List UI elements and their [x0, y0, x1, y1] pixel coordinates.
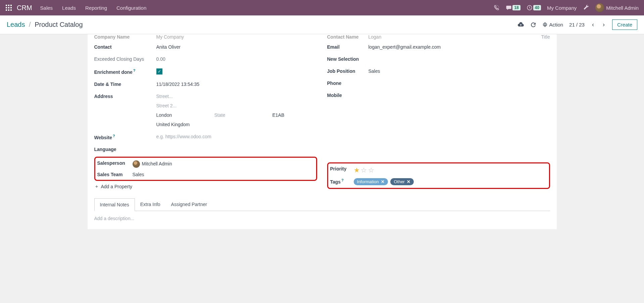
pager-current: 21	[569, 22, 575, 28]
avatar-icon	[595, 3, 604, 12]
messages-badge: 18	[512, 5, 520, 10]
label-salesperson: Salesperson	[97, 160, 133, 166]
tab-assigned-partner[interactable]: Assigned Partner	[166, 198, 212, 211]
value-salesperson[interactable]: Mitchell Admin	[133, 160, 314, 168]
value-exceeded: 0.00	[156, 56, 317, 62]
brand[interactable]: CRM	[17, 4, 32, 12]
country-value[interactable]: United Kingdom	[156, 122, 317, 127]
value-salesteam[interactable]: Sales	[133, 172, 314, 177]
tools-icon[interactable]	[583, 4, 589, 11]
star-3-icon[interactable]: ☆	[368, 166, 374, 174]
value-contact-name[interactable]: Logan	[368, 34, 523, 40]
city-value[interactable]: London	[156, 112, 201, 118]
value-job-position[interactable]: Sales	[368, 68, 550, 74]
help-website[interactable]: ?	[113, 134, 115, 138]
control-right: Action 21 / 23 ‹ › Create	[517, 19, 637, 30]
tabs: Internal Notes Extra Info Assigned Partn…	[94, 198, 550, 211]
checkbox-icon[interactable]: ✓	[156, 68, 162, 74]
top-nav: CRM Sales Leads Reporting Configuration …	[0, 0, 644, 15]
title-input[interactable]	[523, 34, 550, 40]
nav-leads[interactable]: Leads	[62, 5, 76, 11]
row-email: Email logan_expert@gmail.example.com	[327, 41, 550, 53]
value-tags[interactable]: Information✕ Other✕	[354, 178, 547, 185]
label-tags: Tags?	[330, 178, 354, 185]
row-phone: Phone	[327, 77, 550, 89]
zip-value[interactable]: E1AB	[273, 112, 317, 118]
website-input[interactable]	[156, 134, 317, 139]
label-exceeded: Exceeded Closing Days	[94, 56, 156, 62]
tag-other[interactable]: Other✕	[390, 178, 414, 185]
row-language: Language	[94, 143, 317, 155]
apps-icon[interactable]	[5, 4, 12, 11]
cloud-save-icon[interactable]	[517, 21, 524, 28]
label-datetime: Date & Time	[94, 82, 156, 87]
state-input[interactable]	[214, 112, 259, 118]
nav-reporting[interactable]: Reporting	[85, 5, 107, 11]
pager-next[interactable]: ›	[601, 21, 606, 28]
row-enrichment: Enrichment done? ✓	[94, 65, 317, 78]
svg-point-10	[544, 24, 546, 26]
plus-icon: ＋	[94, 184, 99, 190]
nav-sales[interactable]: Sales	[40, 5, 53, 11]
street-input[interactable]	[156, 94, 317, 99]
svg-rect-0	[6, 5, 7, 6]
phone-icon[interactable]	[494, 5, 500, 11]
label-enrichment: Enrichment done?	[94, 68, 156, 75]
nav-configuration[interactable]: Configuration	[116, 5, 146, 11]
action-button[interactable]: Action	[542, 22, 563, 28]
help-enrichment[interactable]: ?	[133, 68, 136, 72]
street2-input[interactable]	[156, 103, 317, 108]
row-exceeded: Exceeded Closing Days 0.00	[94, 53, 317, 65]
tag-information-remove-icon[interactable]: ✕	[381, 179, 385, 184]
svg-rect-8	[10, 9, 12, 11]
main-area[interactable]: Company Name My Company Contact Anita Ol…	[0, 34, 644, 302]
label-mobile: Mobile	[327, 93, 368, 98]
activities-icon[interactable]: 40	[527, 5, 541, 11]
user-name: Mitchell Admin	[606, 5, 639, 11]
label-language: Language	[94, 147, 156, 152]
label-new-selection: New Selection	[327, 56, 368, 62]
value-company-name[interactable]: My Company	[156, 34, 317, 40]
pager-total: 23	[579, 22, 585, 28]
tab-extra-info[interactable]: Extra Info	[135, 198, 166, 211]
svg-rect-1	[8, 5, 9, 6]
breadcrumb-sep: /	[29, 21, 31, 28]
row-address: Address London E1AB United Kingdom	[94, 90, 317, 131]
tag-information[interactable]: Information✕	[354, 178, 388, 185]
svg-rect-4	[8, 7, 9, 8]
add-property-button[interactable]: ＋ Add a Property	[94, 181, 317, 192]
tab-internal-notes[interactable]: Internal Notes	[94, 198, 135, 211]
company-switcher[interactable]: My Company	[547, 5, 577, 11]
row-new-selection: New Selection	[327, 53, 550, 65]
value-enrichment[interactable]: ✓	[156, 68, 317, 74]
value-priority: ★ ☆ ☆	[354, 166, 547, 174]
row-company-name: Company Name My Company	[94, 34, 317, 41]
notes-input[interactable]	[94, 216, 550, 221]
label-contact-name: Contact Name	[327, 34, 368, 40]
label-website: Website?	[94, 134, 156, 140]
svg-rect-2	[10, 5, 12, 6]
row-contact: Contact Anita Oliver	[94, 41, 317, 53]
user-menu[interactable]: Mitchell Admin	[595, 3, 639, 12]
add-property-label: Add a Property	[101, 184, 132, 189]
svg-rect-3	[6, 7, 7, 8]
form-sheet: Company Name My Company Contact Anita Ol…	[88, 34, 557, 229]
left-col: Company Name My Company Contact Anita Ol…	[94, 34, 317, 192]
messages-icon[interactable]: 18	[506, 5, 520, 11]
pager-prev[interactable]: ‹	[591, 21, 595, 28]
right-col: Contact Name Logan Email logan_expert@gm…	[327, 34, 550, 192]
discard-icon[interactable]	[530, 22, 536, 28]
label-job-position: Job Position	[327, 68, 368, 74]
breadcrumb-leads[interactable]: Leads	[7, 21, 25, 28]
help-tags[interactable]: ?	[341, 178, 344, 182]
star-1-icon[interactable]: ★	[354, 166, 360, 174]
create-button[interactable]: Create	[612, 19, 637, 30]
value-email[interactable]: logan_expert@gmail.example.com	[368, 44, 550, 50]
row-job-position: Job Position Sales	[327, 65, 550, 77]
value-contact[interactable]: Anita Oliver	[156, 44, 317, 50]
value-datetime[interactable]: 11/18/2022 13:54:35	[156, 82, 317, 87]
tag-other-remove-icon[interactable]: ✕	[407, 179, 410, 184]
star-2-icon[interactable]: ☆	[361, 166, 367, 174]
pager[interactable]: 21 / 23	[569, 22, 585, 28]
row-salesteam: Sales Team Sales	[97, 170, 314, 179]
